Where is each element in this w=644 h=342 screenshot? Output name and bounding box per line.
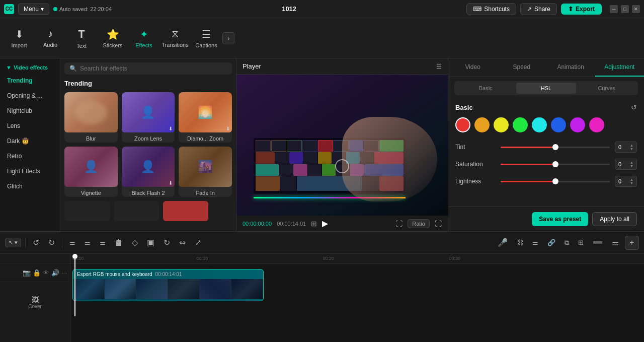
player-menu-icon[interactable]: ☰ [436,63,442,70]
sidebar-item-light[interactable]: Light Effects [2,164,58,178]
chain-button[interactable]: 🔗 [544,237,558,248]
subtab-basic[interactable]: Basic [456,83,515,94]
effect-card-extra3[interactable] [163,201,208,221]
captions-label: Captions [195,42,217,48]
tool-effects[interactable]: ✦ Effects [129,21,159,56]
crop-button[interactable]: ▣ [144,236,157,249]
color-purple[interactable] [570,117,585,132]
split-audio-button[interactable]: ⧉ [561,237,572,249]
effect-card-fade-in[interactable]: 🌆 Fade In [179,147,232,197]
color-pink[interactable] [589,117,604,132]
track-audio-icon[interactable]: 🔊 [51,269,59,277]
lightness-slider-track[interactable] [501,181,610,182]
close-button[interactable]: ✕ [632,5,640,13]
color-orange[interactable] [474,117,490,132]
redo-button[interactable]: ↻ [45,236,58,249]
split-button1[interactable]: ⚌ [66,237,78,248]
ruler-10: 00:10 [197,256,208,261]
track-visible-icon[interactable]: 👁 [43,269,49,277]
tool-text[interactable]: T Text [66,21,97,56]
fullscreen-icon[interactable]: ⛶ [435,220,442,228]
effect-card-black-flash[interactable]: 👤 ⬇ Black Flash 2 [122,147,175,197]
export-button[interactable]: ⬆ Export [561,4,602,15]
player-panel: Player ☰ [236,58,448,231]
lightness-thumb[interactable] [552,178,558,184]
tool-audio[interactable]: ♪ Audio [35,21,65,56]
sidebar-item-opening[interactable]: Opening & ... [2,89,58,103]
effect-card-extra1[interactable] [64,201,110,221]
sidebar-item-lens[interactable]: Lens [2,119,58,133]
tab-adjustment[interactable]: Adjustment [595,58,644,77]
subtab-hsl[interactable]: HSL [516,83,576,94]
tool-transitions[interactable]: ⧖ Transitions [160,21,190,56]
menu-button[interactable]: Menu ▾ [18,4,49,15]
mark-button[interactable]: ◇ [129,236,141,249]
tint-thumb[interactable] [552,144,558,150]
video-clip[interactable]: Esport RGB mouse and keyboard 00:00:14:0… [72,269,264,301]
minimize-button[interactable]: ─ [610,5,618,13]
cover-button[interactable]: 🖼 Cover [28,296,42,309]
tint-slider-track[interactable] [501,147,610,148]
tool-select[interactable]: ↖ ▾ [5,238,21,247]
tab-speed[interactable]: Speed [497,58,546,77]
flip-button[interactable]: ⇔ [176,236,189,249]
track-lock-icon[interactable]: 🔒 [33,269,41,277]
time-ruler: 00:00 00:10 00:20 00:30 [70,254,644,264]
clone-button[interactable]: ⊞ [575,237,587,248]
rotate-button[interactable]: ↻ [160,236,173,249]
color-green[interactable] [513,117,528,132]
subtab-curves[interactable]: Curves [577,83,636,94]
effect-card-extra2[interactable] [114,201,159,221]
search-input[interactable] [80,65,227,72]
maximize-button[interactable]: □ [621,5,629,13]
saturation-thumb[interactable] [552,161,558,167]
tool-import[interactable]: ⬇ Import [4,21,34,56]
tab-animation[interactable]: Animation [546,58,595,77]
saturation-spinners[interactable]: ▲ ▼ [630,161,633,168]
track-more-icon[interactable]: ··· [61,269,67,277]
split-button2[interactable]: ⚌ [82,237,94,248]
tool-captions[interactable]: ☰ Captions [191,21,221,56]
color-red[interactable] [455,117,470,132]
grid-view-icon[interactable]: ⊞ [311,220,317,228]
saturation-slider-track[interactable] [501,164,610,165]
play-button[interactable]: ▶ [322,219,328,228]
delete-button[interactable]: 🗑 [112,236,126,249]
track-add-icon[interactable]: 📷 [23,269,31,277]
link-button[interactable]: ⛓ [514,237,526,248]
effect-card-blur[interactable]: Blur [64,92,118,143]
effect-card-zoom-lens[interactable]: 👤 ⬇ Zoom Lens [122,92,175,143]
sidebar-item-dark[interactable]: Dark 🤠 [2,134,58,148]
color-blue[interactable] [551,117,566,132]
effect-card-diamo-zoom[interactable]: 🌅 ⬇ Diamo... Zoom [179,92,232,143]
scrubber-circle[interactable] [335,159,349,173]
share-button[interactable]: ↗ Share [520,3,557,15]
video-effects-header[interactable]: ▼ Video effects [2,62,58,73]
split-track-button[interactable]: ⚌ [529,237,541,248]
effect-card-vignette[interactable]: 👤 Vignette [64,147,118,197]
minus-button[interactable]: ➖ [590,236,606,249]
split-button3[interactable]: ⚌ [97,237,109,248]
ratio-button[interactable]: Ratio [408,219,430,228]
microphone-button[interactable]: 🎤 [495,236,511,249]
apply-all-button[interactable]: Apply to all [592,212,637,226]
lightness-spinners[interactable]: ▲ ▼ [630,178,633,185]
tab-video[interactable]: Video [448,58,497,77]
tool-stickers[interactable]: ⭐ Stickers [98,21,128,56]
sidebar-item-trending[interactable]: Trending [2,74,58,88]
add-track-button[interactable]: + [625,236,639,250]
expand-icon[interactable]: ⛶ [395,220,403,228]
reset-icon[interactable]: ↺ [631,103,637,111]
sidebar-item-glitch[interactable]: Glitch [2,179,58,193]
plus-split-button[interactable]: ⚌ [609,236,622,249]
tint-spinners[interactable]: ▲ ▼ [630,144,633,151]
color-cyan[interactable] [532,117,547,132]
save-preset-button[interactable]: Save as preset [532,212,588,226]
shortcuts-button[interactable]: ⌨ Shortcuts [466,3,516,15]
scale-button[interactable]: ⤢ [192,236,204,249]
sidebar-item-retro[interactable]: Retro [2,149,58,163]
toolbar-more-button[interactable]: › [222,32,234,44]
color-yellow[interactable] [494,117,509,132]
undo-button[interactable]: ↺ [30,236,42,249]
sidebar-item-nightclub[interactable]: Nightclub [2,104,58,118]
